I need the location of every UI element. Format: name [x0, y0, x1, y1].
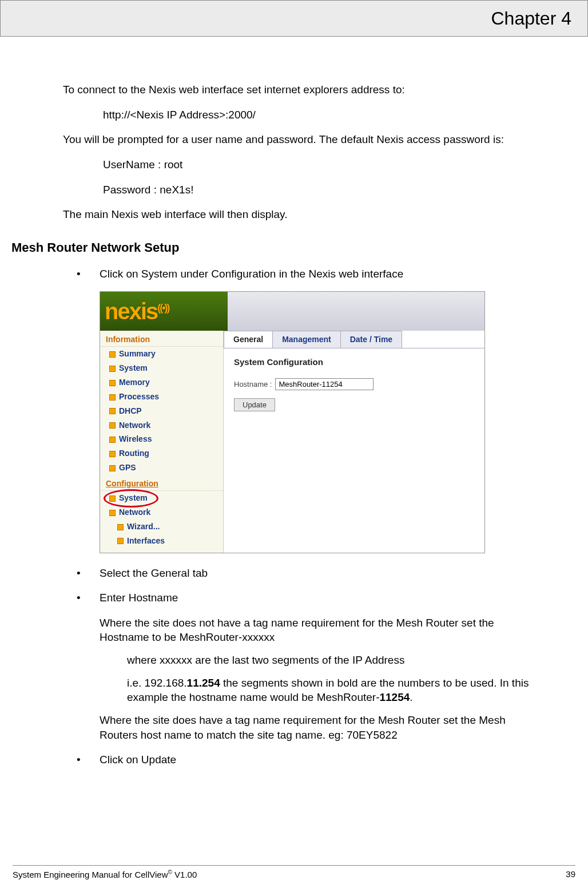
bullet-icon: [117, 538, 124, 544]
logo-area: nexis((•)): [100, 292, 228, 331]
document-body: To connect to the Nexis web interface se…: [0, 37, 588, 767]
sidebar-item-processes[interactable]: Processes: [100, 390, 223, 404]
bullet-icon: [109, 495, 116, 502]
sidebar-item-dhcp[interactable]: DHCP: [100, 404, 223, 418]
signal-icon: ((•)): [157, 302, 169, 314]
bullet-item: Enter Hostname Where the site does not h…: [77, 590, 542, 742]
bullet-icon: [109, 366, 116, 372]
bullet-item: Click on System under Configuration in t…: [77, 267, 542, 282]
sidebar-item-system-info[interactable]: System: [100, 361, 223, 375]
sidebar-item-gps[interactable]: GPS: [100, 461, 223, 475]
footer-title: System Engineering Manual for CellView© …: [13, 869, 197, 879]
nexis-logo: nexis((•)): [105, 296, 169, 327]
paragraph: Where the site does have a tag name requ…: [100, 713, 542, 742]
banner-spacer: [228, 292, 484, 331]
bullet-item: Select the General tab: [77, 566, 542, 581]
paragraph: i.e. 192.168.11.254 the segments shown i…: [100, 676, 542, 705]
hostname-row: Hostname :: [224, 378, 484, 396]
panel-title: System Configuration: [224, 348, 484, 378]
bullet-icon: [109, 510, 116, 516]
page-number: 39: [566, 869, 575, 879]
sidebar-item-network-info[interactable]: Network: [100, 418, 223, 433]
sidebar-item-system-config[interactable]: System: [100, 491, 223, 505]
section-heading: Mesh Router Network Setup: [11, 239, 542, 256]
nexis-screenshot: nexis((•)) Information Summary System Me…: [100, 291, 485, 553]
sidebar-item-memory[interactable]: Memory: [100, 375, 223, 390]
sidebar-item-network-config[interactable]: Network: [100, 505, 223, 520]
update-button[interactable]: Update: [234, 398, 275, 411]
bullet-icon: [109, 408, 116, 414]
copyright-symbol: ©: [168, 869, 172, 875]
sidebar-section-configuration: Configuration: [100, 475, 223, 491]
bullet-icon: [117, 524, 124, 530]
credential-password: Password : neX1s!: [63, 183, 542, 197]
bullet-icon: [109, 422, 116, 429]
hostname-input[interactable]: [275, 378, 374, 390]
tab-management[interactable]: Management: [272, 331, 341, 348]
chapter-header: Chapter 4: [0, 0, 588, 37]
paragraph: Where the site does not have a tag name …: [100, 616, 542, 645]
bullet-icon: [109, 380, 116, 386]
sidebar-item-wireless[interactable]: Wireless: [100, 432, 223, 446]
code-line: http://<Nexis IP Address>:2000/: [63, 108, 542, 122]
bullet-icon: [109, 437, 116, 443]
chapter-title: Chapter 4: [491, 8, 571, 29]
sidebar: Information Summary System Memory Proces…: [100, 331, 224, 552]
sidebar-item-summary[interactable]: Summary: [100, 347, 223, 361]
paragraph: where xxxxxx are the last two segments o…: [100, 653, 542, 668]
hostname-label: Hostname :: [234, 379, 272, 390]
credential-username: UserName : root: [63, 157, 542, 172]
tab-general[interactable]: General: [224, 331, 273, 348]
sidebar-item-wizard[interactable]: Wizard...: [100, 520, 223, 534]
tab-datetime[interactable]: Date / Time: [340, 331, 402, 348]
tab-bar: General Management Date / Time: [224, 331, 484, 348]
bullet-icon: [109, 394, 116, 401]
paragraph: You will be prompted for a user name and…: [63, 132, 542, 147]
sidebar-item-interfaces[interactable]: Interfaces: [100, 534, 223, 548]
paragraph: The main Nexis web interface will then d…: [63, 207, 542, 222]
bullet-icon: [109, 465, 116, 471]
sidebar-item-routing[interactable]: Routing: [100, 446, 223, 461]
sidebar-section-information: Information: [100, 331, 223, 347]
main-panel: General Management Date / Time System Co…: [224, 331, 484, 552]
page-footer: System Engineering Manual for CellView© …: [13, 865, 575, 879]
paragraph: To connect to the Nexis web interface se…: [63, 82, 542, 97]
bullet-icon: [109, 451, 116, 457]
bullet-icon: [109, 351, 116, 358]
bullet-item: Click on Update: [77, 752, 542, 767]
